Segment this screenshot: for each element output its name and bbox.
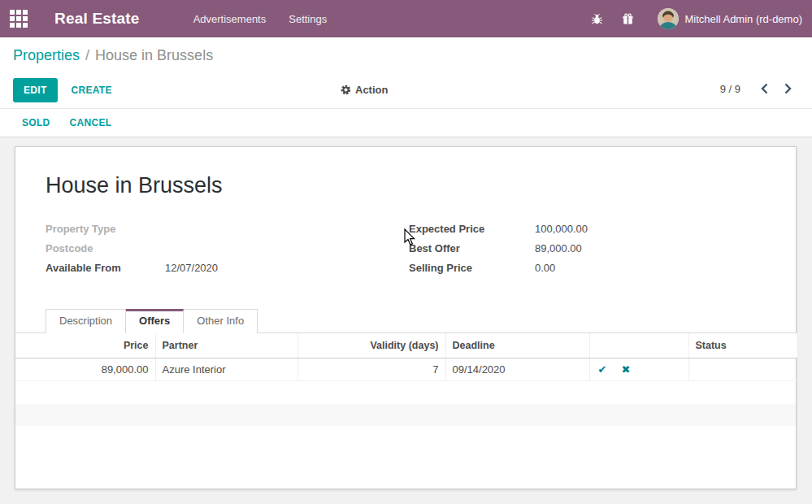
offer-validity: 7 <box>297 358 445 380</box>
field-expected-price: Expected Price 100,000.00 <box>409 223 766 237</box>
offer-price: 89,000.00 <box>15 358 155 380</box>
breadcrumb-separator: / <box>85 47 89 64</box>
gift-icon <box>622 13 634 25</box>
available-from-value[interactable]: 12/07/2020 <box>165 262 218 274</box>
bug-icon <box>591 13 603 25</box>
top-navbar: Real Estate Advertisements Settings <box>0 0 812 37</box>
gear-icon <box>341 85 351 95</box>
topbar-right: Mitchell Admin (rd-demo) <box>584 6 812 32</box>
user-name: Mitchell Admin (rd-demo) <box>685 13 803 25</box>
selling-price-label: Selling Price <box>409 262 535 274</box>
apps-menu-button[interactable] <box>0 0 37 37</box>
offer-row[interactable]: 89,000.00 Azure Interior 7 09/14/2020 ✔ … <box>15 358 797 380</box>
col-header-deadline[interactable]: Deadline <box>445 333 589 358</box>
offer-buttons-cell: ✔ ✖ <box>589 358 688 380</box>
empty-row <box>15 381 796 404</box>
col-header-partner[interactable]: Partner <box>155 333 297 358</box>
col-header-validity[interactable]: Validity (days) <box>297 333 445 358</box>
field-selling-price: Selling Price 0.00 <box>409 262 766 276</box>
col-header-price[interactable]: Price <box>15 333 155 358</box>
action-label: Action <box>355 84 388 96</box>
offers-table: Price Partner Validity (days) Deadline S… <box>15 333 797 381</box>
apps-grid-icon <box>10 10 28 28</box>
pager: 9 / 9 <box>720 81 796 96</box>
pager-next-button[interactable] <box>780 81 796 96</box>
top-menu: Advertisements Settings <box>185 8 336 30</box>
user-avatar <box>658 8 679 29</box>
field-group-left: Property Type Postcode Available From 12… <box>46 223 409 276</box>
offer-status <box>688 358 797 380</box>
breadcrumb-properties-link[interactable]: Properties <box>13 47 80 64</box>
accept-offer-check-icon[interactable]: ✔ <box>597 363 609 376</box>
create-button[interactable]: CREATE <box>70 78 114 102</box>
control-panel: EDIT CREATE Action 9 / 9 <box>0 73 812 108</box>
refuse-offer-cross-icon[interactable]: ✖ <box>619 363 632 376</box>
expected-price-value[interactable]: 100,000.00 <box>535 223 588 235</box>
chevron-left-icon <box>760 83 769 94</box>
property-type-label: Property Type <box>46 223 165 235</box>
postcode-label: Postcode <box>46 242 165 254</box>
field-group-right: Expected Price 100,000.00 Best Offer 89,… <box>409 223 766 276</box>
menu-settings[interactable]: Settings <box>280 8 335 30</box>
edit-button[interactable]: EDIT <box>13 78 58 102</box>
best-offer-label: Best Offer <box>409 242 535 254</box>
field-property-type: Property Type <box>46 223 409 237</box>
col-header-status[interactable]: Status <box>688 333 797 358</box>
tab-offers[interactable]: Offers <box>126 309 184 333</box>
debug-bug-icon[interactable] <box>584 6 610 32</box>
cancel-button[interactable]: CANCEL <box>70 117 112 128</box>
app-window: Real Estate Advertisements Settings <box>0 0 812 504</box>
breadcrumb-current: House in Brussels <box>95 47 213 64</box>
pager-value: 9 / 9 <box>720 83 740 95</box>
sold-button[interactable]: SOLD <box>22 117 50 128</box>
offers-table-header: Price Partner Validity (days) Deadline S… <box>15 333 797 358</box>
property-title: House in Brussels <box>46 173 796 198</box>
field-available-from: Available From 12/07/2020 <box>46 262 409 276</box>
menu-advertisements[interactable]: Advertisements <box>185 8 275 30</box>
breadcrumb: Properties / House in Brussels <box>0 37 812 73</box>
pager-previous-button[interactable] <box>757 81 772 96</box>
action-menu-button[interactable]: Action <box>341 84 388 96</box>
empty-row-striped <box>15 404 796 426</box>
form-sheet: House in Brussels Property Type Postcode… <box>15 146 797 489</box>
field-groups: Property Type Postcode Available From 12… <box>46 223 766 276</box>
available-from-label: Available From <box>46 262 165 274</box>
selling-price-value[interactable]: 0.00 <box>535 262 555 274</box>
expected-price-label: Expected Price <box>409 223 535 235</box>
form-view: House in Brussels Property Type Postcode… <box>0 138 812 504</box>
chevron-right-icon <box>784 83 792 94</box>
field-postcode: Postcode <box>46 242 409 257</box>
col-header-buttons <box>589 333 688 358</box>
best-offer-value[interactable]: 89,000.00 <box>535 242 582 254</box>
notebook-tabs: Description Offers Other Info <box>15 309 796 333</box>
offer-partner: Azure Interior <box>155 358 297 380</box>
tab-description[interactable]: Description <box>46 309 126 333</box>
form-statusbar: SOLD CANCEL <box>0 108 812 137</box>
field-best-offer: Best Offer 89,000.00 <box>409 242 766 257</box>
gift-rewards-button[interactable] <box>615 6 641 32</box>
tab-other-info[interactable]: Other Info <box>184 309 258 333</box>
user-menu[interactable]: Mitchell Admin (rd-demo) <box>658 8 803 29</box>
app-title: Real Estate <box>54 10 140 28</box>
offer-deadline: 09/14/2020 <box>445 358 589 380</box>
